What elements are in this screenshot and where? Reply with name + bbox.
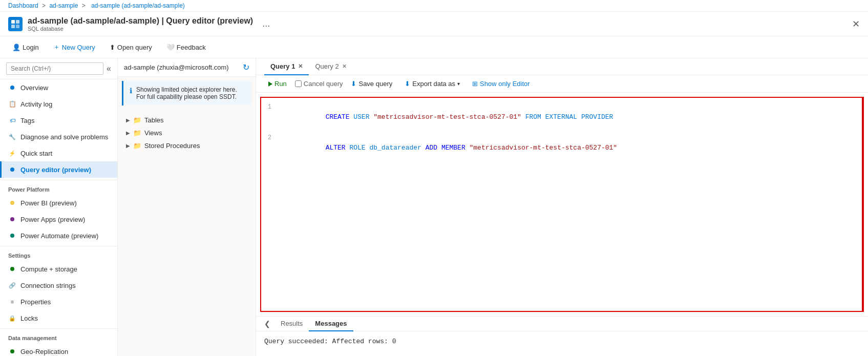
oe-info-text: Showing limited object explorer here. Fo… [136,86,245,100]
oe-tree-views[interactable]: ▶ 📁 Views [122,127,251,139]
oe-tree-label-tables: Tables [144,116,164,124]
sidebar-item-locks[interactable]: 🔒 Locks [0,310,117,326]
expand-arrow-views: ▶ [126,130,130,136]
export-data-button[interactable]: ⬇ Export data as ▾ [400,78,464,89]
oe-tree-tables[interactable]: ▶ 📁 Tables [122,114,251,127]
oe-tree-stored-procedures[interactable]: ▶ 📁 Stored Procedures [122,139,251,152]
line-number-1: 1 [261,102,278,112]
results-tabs-bar: ❮ Results Messages [256,317,868,331]
results-tab-messages[interactable]: Messages [309,317,353,331]
heart-icon: 🤍 [166,44,175,51]
oe-toolbar: ad-sample (zhuxia@microsoft.com) ↻ [118,58,256,77]
diagnose-icon: 🔧 [8,133,16,141]
locks-icon: 🔒 [8,314,16,322]
expand-arrow-sp: ▶ [126,143,130,149]
run-button[interactable]: Run [264,78,291,89]
sidebar-item-powerapps[interactable]: Power Apps (preview) [0,211,117,227]
folder-icon-tables: 📁 [133,116,141,124]
results-tab-results[interactable]: Results [274,317,309,331]
sidebar-item-compute[interactable]: Compute + storage [0,261,117,277]
run-triangle-icon [268,81,272,87]
breadcrumb-dashboard[interactable]: Dashboard [8,2,38,9]
sidebar-item-activity-log[interactable]: 📋 Activity log [0,96,117,112]
query-tab-2-close[interactable]: ✕ [342,63,347,70]
query-tab-2[interactable]: Query 2 ✕ [309,58,352,75]
folder-icon-views: 📁 [133,129,141,137]
editor-toolbar: Run Cancel query ⬇ Save query ⬇ Export d… [256,75,868,93]
tags-icon: 🏷 [8,116,16,124]
collapse-results-button[interactable]: ❮ [264,320,270,328]
export-dropdown-icon: ▾ [457,81,460,87]
sidebar-item-powerautomate[interactable]: Power Automate (preview) [0,227,117,244]
show-editor-button[interactable]: ⊞ Show only Editor [468,78,534,89]
divider-2 [0,246,117,246]
svg-rect-2 [11,25,15,28]
main-layout: « Overview 📋 Activity log 🏷 Tags 🔧 Diagn… [0,58,868,356]
save-query-button[interactable]: ⬇ Save query [347,78,396,89]
compute-icon [8,265,16,273]
sidebar-item-diagnose[interactable]: 🔧 Diagnose and solve problems [0,129,117,145]
oe-refresh-button[interactable]: ↻ [243,62,249,72]
code-content-2: ALTER ROLE db_datareader ADD MEMBER "met… [278,133,617,163]
overview-icon [8,83,16,92]
oe-tree: ▶ 📁 Tables ▶ 📁 Views ▶ 📁 Stored Procedur… [118,110,256,156]
svg-rect-3 [16,25,19,28]
oe-server-name: ad-sample (zhuxia@microsoft.com) [124,64,239,71]
oe-tree-label-views: Views [144,129,162,137]
export-icon: ⬇ [405,80,410,88]
breadcrumb: Dashboard > ad-sample > ad-sample (ad-sa… [0,0,868,12]
new-query-button[interactable]: ＋ New Query [49,40,99,54]
app-title-block: ad-sample (ad-sample/ad-sample) | Query … [28,16,253,32]
svg-rect-1 [16,20,19,24]
results-section: ❮ Results Messages Query succeeded: Affe… [256,316,868,356]
sidebar-item-query-editor[interactable]: Query editor (preview) [0,161,117,178]
section-settings: Settings [0,248,117,261]
top-bar: ad-sample (ad-sample/ad-sample) | Query … [0,12,868,36]
sidebar-item-overview[interactable]: Overview [0,79,117,96]
more-options-button[interactable]: ... [262,18,270,29]
breadcrumb-ad-sample[interactable]: ad-sample [49,2,78,9]
code-content-1: CREATE USER "metricsadvisor-mt-test-stca… [278,102,613,133]
sidebar-search-container: « [0,58,117,79]
search-input[interactable] [6,62,103,75]
section-power-platform: Power Platform [0,182,117,195]
folder-icon-sp: 📁 [133,142,141,150]
query-tabs: Query 1 ✕ Query 2 ✕ [256,58,868,75]
save-icon: ⬇ [351,80,356,88]
main-toolbar: 👤 Login ＋ New Query ⬆ Open query 🤍 Feedb… [0,36,868,58]
open-query-button[interactable]: ⬆ Open query [105,41,156,53]
login-button[interactable]: 👤 Login [8,41,43,53]
sidebar-item-connection-strings[interactable]: 🔗 Connection strings [0,277,117,294]
divider-1 [0,180,117,180]
activity-icon: 📋 [8,100,16,108]
close-button[interactable]: ✕ [852,18,860,30]
collapse-sidebar-button[interactable]: « [107,64,111,73]
connection-icon: 🔗 [8,281,16,289]
sidebar-item-powerbi[interactable]: Power BI (preview) [0,195,117,211]
query-tab-1[interactable]: Query 1 ✕ [264,58,309,75]
oe-tree-label-sp: Stored Procedures [144,142,200,150]
sidebar-item-quickstart[interactable]: ⚡ Quick start [0,145,117,161]
plus-icon: ＋ [53,43,60,52]
query-tab-1-close[interactable]: ✕ [298,63,303,70]
sidebar-item-properties[interactable]: ≡ Properties [0,294,117,310]
object-explorer: ad-sample (zhuxia@microsoft.com) ↻ ℹ Sho… [118,58,256,356]
oe-info-box: ℹ Showing limited object explorer here. … [122,81,251,106]
sidebar-item-geo-replication[interactable]: Geo-Replication [0,343,117,356]
quickstart-icon: ⚡ [8,149,16,157]
query-result-message: Query succeeded: Affected rows: 0 [264,338,396,345]
code-editor[interactable]: 1 CREATE USER "metricsadvisor-mt-test-st… [260,97,864,312]
sidebar-item-tags[interactable]: 🏷 Tags [0,112,117,129]
feedback-button[interactable]: 🤍 Feedback [162,41,210,53]
content-area: ad-sample (zhuxia@microsoft.com) ↻ ℹ Sho… [118,58,868,356]
cancel-query-label: Cancel query [304,80,343,88]
breadcrumb-current: ad-sample (ad-sample/ad-sample) [91,2,185,9]
sidebar: « Overview 📋 Activity log 🏷 Tags 🔧 Diagn… [0,58,118,356]
powerapps-icon [8,215,16,223]
cancel-query-checkbox[interactable] [295,80,302,87]
app-title: ad-sample (ad-sample/ad-sample) | Query … [28,16,253,26]
app-icon [8,17,23,31]
expand-arrow-tables: ▶ [126,117,130,123]
queryeditor-icon [8,165,16,174]
section-data-management: Data management [0,331,117,343]
